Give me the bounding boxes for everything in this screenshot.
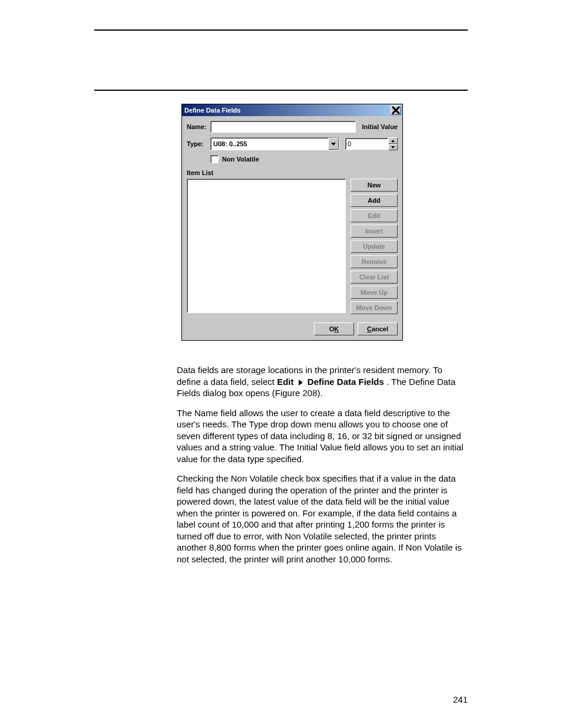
type-dropdown-value: U08: 0..255 — [211, 140, 328, 147]
initial-value-label: Initial Value — [362, 123, 398, 130]
name-label: Name: — [187, 123, 210, 130]
type-label: Type: — [187, 140, 210, 147]
non-volatile-checkbox[interactable] — [210, 155, 219, 163]
chevron-down-icon[interactable] — [328, 138, 339, 150]
initial-value-input[interactable]: 0 — [345, 138, 388, 150]
name-input[interactable] — [210, 121, 356, 133]
item-list-label: Item List — [182, 168, 402, 179]
arrow-right-icon — [299, 380, 303, 386]
initial-value-spinner[interactable] — [388, 137, 398, 150]
cancel-button[interactable]: Cancel — [358, 322, 398, 335]
svg-marker-1 — [391, 140, 395, 142]
insert-button[interactable]: Insert — [351, 225, 398, 238]
page-number: 241 — [453, 694, 468, 704]
svg-marker-0 — [331, 143, 336, 146]
close-icon[interactable] — [391, 106, 401, 115]
paragraph-3: Checking the Non Volatile check box spec… — [177, 473, 468, 565]
move-down-button[interactable]: Move Down — [351, 301, 398, 314]
define-data-fields-dialog: Define Data Fields Name: Initial Value T… — [181, 104, 403, 341]
dialog-titlebar: Define Data Fields — [182, 104, 402, 116]
paragraph-2: The Name field allows the user to create… — [177, 407, 468, 465]
paragraph-1: Data fields are storage locations in the… — [177, 364, 468, 399]
add-button[interactable]: Add — [351, 194, 398, 207]
move-up-button[interactable]: Move Up — [351, 286, 398, 299]
spinner-down-icon[interactable] — [388, 144, 398, 150]
svg-marker-2 — [391, 146, 395, 149]
update-button[interactable]: Update — [351, 240, 398, 253]
remove-button[interactable]: Remove — [351, 255, 398, 268]
clear-list-button[interactable]: Clear List — [351, 271, 398, 284]
edit-button[interactable]: Edit — [351, 209, 398, 222]
spinner-up-icon[interactable] — [388, 137, 398, 144]
ok-button[interactable]: OK — [314, 322, 354, 335]
type-dropdown[interactable]: U08: 0..255 — [210, 137, 339, 150]
item-listbox[interactable] — [187, 179, 346, 313]
non-volatile-label: Non Volatile — [222, 156, 259, 163]
new-button[interactable]: New — [351, 179, 398, 192]
dialog-title: Define Data Fields — [184, 107, 240, 114]
